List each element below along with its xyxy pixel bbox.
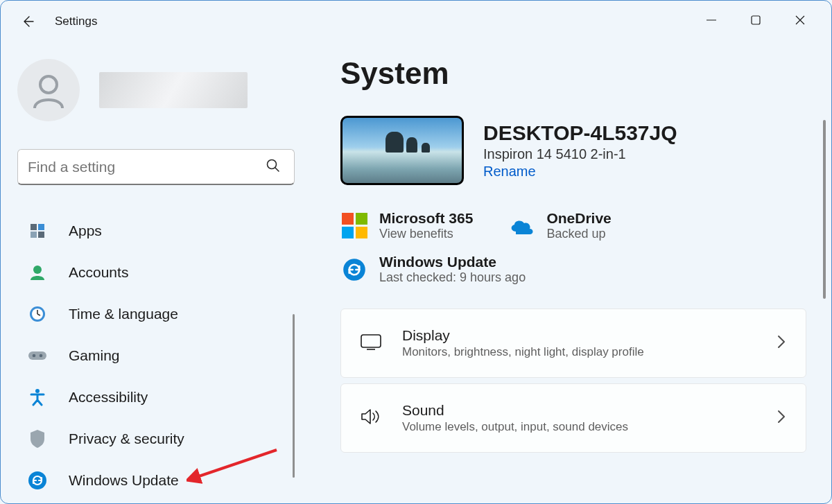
titlebar: Settings	[1, 1, 831, 42]
svg-point-17	[35, 389, 40, 393]
sidebar-item-label: Accounts	[69, 264, 128, 281]
svg-rect-8	[38, 232, 44, 238]
sound-icon	[361, 408, 380, 428]
sidebar-item-accounts[interactable]: Accounts	[17, 253, 295, 292]
status-title: Microsoft 365	[379, 210, 473, 227]
sidebar-item-privacy-security[interactable]: Privacy & security	[17, 419, 295, 458]
device-model: Inspiron 14 5410 2-in-1	[483, 146, 677, 162]
sidebar: Apps Accounts Time & language Gaming	[1, 42, 311, 503]
gaming-icon	[27, 345, 48, 366]
sidebar-item-label: Gaming	[69, 347, 120, 364]
device-name: DESKTOP-4L537JQ	[483, 121, 677, 145]
window-controls	[705, 1, 831, 40]
status-onedrive[interactable]: OneDrive Backed up	[508, 210, 611, 241]
back-arrow-icon[interactable]	[20, 14, 35, 29]
search-input[interactable]	[17, 149, 295, 185]
svg-rect-14	[28, 351, 46, 360]
sidebar-item-label: Apps	[69, 223, 102, 239]
main-scrollbar[interactable]	[823, 120, 826, 299]
windows-update-status-icon	[340, 256, 368, 284]
sidebar-item-accessibility[interactable]: Accessibility	[17, 378, 295, 417]
user-name-placeholder	[99, 72, 248, 108]
svg-point-16	[40, 354, 43, 358]
svg-rect-6	[38, 224, 44, 230]
sidebar-scrollbar[interactable]	[293, 314, 295, 478]
settings-card-display[interactable]: Display Monitors, brightness, night ligh…	[340, 309, 806, 378]
svg-line-4	[275, 168, 279, 171]
status-title: OneDrive	[546, 210, 611, 227]
sidebar-item-time-language[interactable]: Time & language	[17, 295, 295, 333]
windows-update-icon	[27, 470, 48, 491]
user-avatar-icon	[17, 59, 80, 121]
wallpaper-thumbnail[interactable]	[340, 116, 464, 185]
page-title: System	[340, 56, 806, 91]
svg-rect-5	[31, 224, 37, 230]
sidebar-item-label: Privacy & security	[69, 431, 184, 447]
svg-rect-1	[752, 16, 760, 24]
minimize-button[interactable]	[705, 14, 718, 26]
device-texts: DESKTOP-4L537JQ Inspiron 14 5410 2-in-1 …	[483, 121, 677, 180]
status-title: Windows Update	[379, 254, 526, 270]
svg-point-2	[40, 76, 57, 93]
card-sub: Monitors, brightness, night light, displ…	[402, 345, 754, 359]
maximize-button[interactable]	[749, 14, 762, 26]
chevron-right-icon	[777, 334, 786, 352]
status-microsoft-365[interactable]: Microsoft 365 View benefits	[340, 210, 473, 241]
svg-point-15	[33, 354, 36, 358]
svg-point-9	[33, 266, 42, 274]
search-wrap	[17, 149, 295, 185]
accounts-icon	[27, 262, 48, 283]
app-title: Settings	[55, 15, 97, 28]
card-title: Sound	[402, 402, 754, 419]
search-icon	[266, 158, 281, 176]
accessibility-icon	[27, 387, 48, 408]
svg-rect-7	[31, 232, 37, 238]
nav-list: Apps Accounts Time & language Gaming	[17, 211, 295, 500]
main-panel: System DESKTOP-4L537JQ Inspiron 14 5410 …	[311, 42, 831, 503]
close-button[interactable]	[794, 14, 806, 26]
svg-rect-20	[361, 335, 381, 347]
sidebar-item-label: Windows Update	[69, 472, 179, 489]
svg-point-18	[28, 471, 46, 489]
card-title: Display	[402, 327, 754, 344]
privacy-security-icon	[27, 428, 48, 449]
status-sub: Last checked: 9 hours ago	[379, 270, 526, 285]
sidebar-item-gaming[interactable]: Gaming	[17, 336, 295, 375]
status-windows-update[interactable]: Windows Update Last checked: 9 hours ago	[340, 254, 526, 285]
sidebar-item-label: Accessibility	[69, 389, 148, 406]
status-sub: Backed up	[546, 227, 611, 241]
user-account-row[interactable]	[17, 59, 295, 121]
status-sub: View benefits	[379, 227, 473, 241]
sidebar-item-label: Time & language	[69, 306, 178, 322]
device-summary: DESKTOP-4L537JQ Inspiron 14 5410 2-in-1 …	[340, 116, 806, 185]
chevron-right-icon	[777, 409, 786, 427]
time-language-icon	[27, 304, 48, 324]
rename-link[interactable]: Rename	[483, 164, 536, 180]
card-sub: Volume levels, output, input, sound devi…	[402, 420, 754, 434]
apps-icon	[27, 220, 48, 241]
microsoft-logo-icon	[340, 212, 368, 240]
sidebar-item-windows-update[interactable]: Windows Update	[17, 461, 295, 500]
svg-point-19	[343, 259, 365, 281]
sidebar-item-apps[interactable]: Apps	[17, 211, 295, 250]
onedrive-icon	[508, 212, 535, 240]
settings-card-sound[interactable]: Sound Volume levels, output, input, soun…	[340, 383, 806, 453]
display-icon	[361, 333, 380, 353]
